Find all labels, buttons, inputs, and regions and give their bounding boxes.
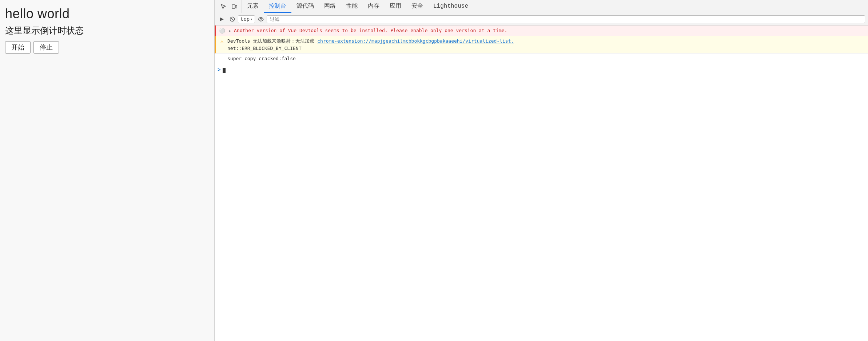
- svg-rect-0: [232, 5, 235, 8]
- error-icon: ⚪: [219, 28, 225, 34]
- super-copy-text: super_copy_cracked:false: [227, 55, 865, 62]
- console-toolbar: top ▾: [215, 13, 868, 26]
- tab-icon-group: [216, 0, 242, 13]
- inspect-icon-button[interactable]: [218, 1, 228, 12]
- app-subtitle: 这里显示倒计时状态: [5, 24, 209, 37]
- vue-devtools-error-text: Another version of Vue Devtools seems to…: [234, 27, 865, 34]
- button-row: 开始 停止: [5, 41, 209, 54]
- warning-prefix: DevTools 无法加载来源映射：无法加载: [227, 38, 317, 44]
- console-prompt[interactable]: >: [215, 64, 868, 76]
- prompt-cursor: [223, 68, 226, 73]
- expand-toggle[interactable]: ▶: [227, 28, 232, 34]
- tab-application[interactable]: 应用: [385, 0, 406, 13]
- svg-point-5: [260, 18, 262, 20]
- console-message-vue-devtools: ⚪ ▶ Another version of Vue Devtools seem…: [215, 26, 868, 36]
- tab-sources[interactable]: 源代码: [291, 0, 319, 13]
- console-message-super-copy: super_copy_cracked:false: [215, 54, 868, 64]
- context-dropdown[interactable]: top ▾: [238, 15, 255, 23]
- svg-line-4: [231, 18, 234, 21]
- tab-console[interactable]: 控制台: [264, 0, 291, 13]
- tab-security[interactable]: 安全: [406, 0, 428, 13]
- start-button[interactable]: 开始: [5, 41, 31, 54]
- info-placeholder-icon: [219, 56, 225, 62]
- prompt-chevron-icon: >: [218, 66, 220, 74]
- tab-lighthouse[interactable]: Lighthouse: [428, 0, 473, 13]
- extension-link[interactable]: chrome-extension://mapjgeachilmcbbokkgcb…: [317, 38, 514, 44]
- console-message-sourcemap-warning: ⚠ DevTools 无法加载来源映射：无法加载 chrome-extensio…: [215, 36, 868, 54]
- tab-network[interactable]: 网络: [319, 0, 341, 13]
- device-mode-icon-button[interactable]: [229, 1, 239, 12]
- console-filter-input[interactable]: [267, 15, 865, 23]
- clear-console-button[interactable]: [228, 15, 236, 24]
- svg-rect-1: [235, 5, 237, 8]
- app-title: hello world: [5, 6, 209, 21]
- left-panel: hello world 这里显示倒计时状态 开始 停止: [0, 0, 215, 341]
- svg-marker-2: [220, 17, 224, 21]
- run-snippet-button[interactable]: [218, 15, 226, 24]
- context-dropdown-label: top: [240, 16, 250, 22]
- tab-performance[interactable]: 性能: [341, 0, 363, 13]
- stop-button[interactable]: 停止: [33, 41, 59, 54]
- warning-suffix: net::ERR_BLOCKED_BY_CLIENT: [227, 46, 302, 51]
- chevron-down-icon: ▾: [250, 17, 252, 21]
- warning-icon: ⚠: [219, 38, 225, 45]
- devtools-panel: 元素 控制台 源代码 网络 性能 内存 应用 安全 Lighthouse top…: [215, 0, 868, 341]
- devtools-tab-bar: 元素 控制台 源代码 网络 性能 内存 应用 安全 Lighthouse: [215, 0, 868, 13]
- sourcemap-warning-text: DevTools 无法加载来源映射：无法加载 chrome-extension:…: [227, 38, 865, 52]
- tab-elements[interactable]: 元素: [242, 0, 264, 13]
- live-expressions-button[interactable]: [256, 15, 265, 24]
- tab-memory[interactable]: 内存: [363, 0, 385, 13]
- console-messages: ⚪ ▶ Another version of Vue Devtools seem…: [215, 26, 868, 341]
